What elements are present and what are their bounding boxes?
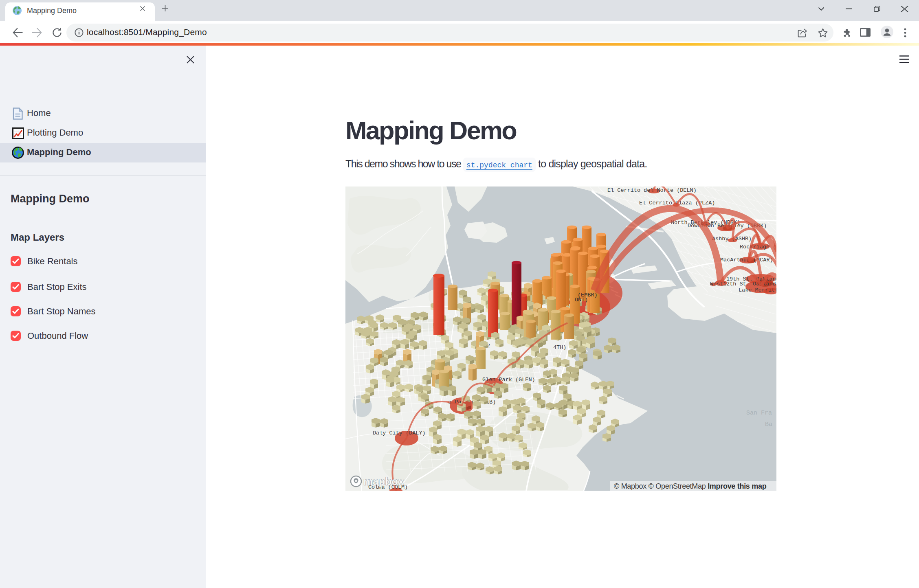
svg-text:ONT): ONT) bbox=[575, 297, 588, 303]
svg-text:Ba: Ba bbox=[765, 421, 772, 428]
svg-text:El Cerrito del Norte (DELN): El Cerrito del Norte (DELN) bbox=[607, 187, 697, 193]
svg-text:Daly City (DALY): Daly City (DALY) bbox=[373, 430, 426, 436]
svg-text:mapbox: mapbox bbox=[363, 475, 404, 487]
svg-text:Lake Merritt: Lake Merritt bbox=[739, 287, 776, 293]
svg-text:MacArthur (MCAR): MacArthur (MCAR) bbox=[720, 257, 773, 263]
svg-text:Glen Park (GLEN): Glen Park (GLEN) bbox=[482, 377, 535, 383]
svg-text:San Fra: San Fra bbox=[746, 410, 772, 417]
svg-text:4TH): 4TH) bbox=[553, 344, 566, 351]
svg-text:12th St. Oakland City Ce: 12th St. Oakland City Ce bbox=[723, 281, 776, 287]
svg-text:© Mapbox © OpenStreetMap Impro: © Mapbox © OpenStreetMap Improve this ma… bbox=[614, 482, 767, 490]
